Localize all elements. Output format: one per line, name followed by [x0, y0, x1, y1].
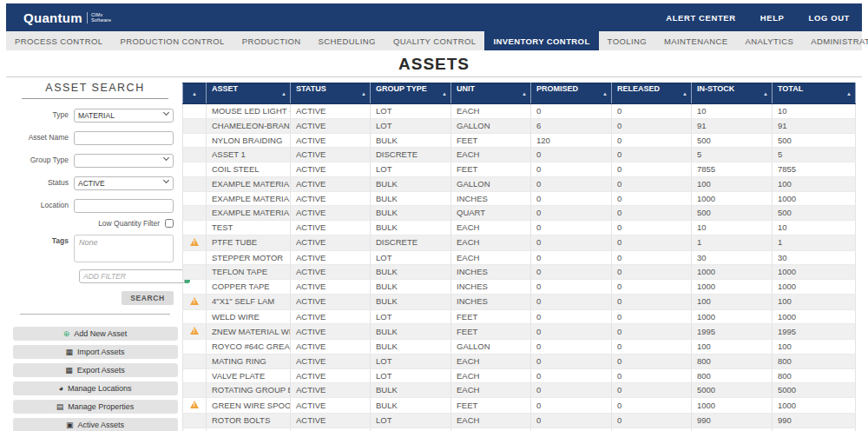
- nav-tab-maintenance[interactable]: MAINTENANCE: [655, 31, 737, 50]
- active-assets-button[interactable]: ▣Active Assets: [13, 418, 178, 431]
- add-new-asset-button[interactable]: ⊕Add New Asset: [13, 327, 178, 341]
- table-row[interactable]: ROYCO #64C GREASEACTIVEBULKGALLON0010010…: [183, 340, 856, 355]
- table-row[interactable]: STATORACTIVEDISCRETEEACH0011: [183, 428, 856, 431]
- nav-tab-production-control[interactable]: PRODUCTION CONTROL: [112, 31, 233, 50]
- header-link-log-out[interactable]: LOG OUT: [809, 13, 850, 23]
- add-filter-input[interactable]: [79, 269, 185, 283]
- data-cell: 0: [612, 206, 692, 221]
- nav-tab-process-control[interactable]: PROCESS CONTROL: [6, 31, 112, 50]
- data-cell: 1000: [692, 309, 773, 324]
- app-logo[interactable]: Quantum CIMx Software: [23, 10, 111, 25]
- table-row[interactable]: STEPPER MOTORACTIVELOTEACH003030: [183, 250, 856, 265]
- column-header-in-stock[interactable]: IN-STOCK▲: [692, 83, 773, 104]
- data-cell: INCHES: [451, 294, 531, 309]
- table-row[interactable]: MOUSE LED LIGHT -...ACTIVELOTEACH001010: [183, 104, 856, 119]
- add-circle-icon: ⊕: [63, 330, 70, 338]
- table-row[interactable]: 4"X1" SELF LAMACTIVEBULKINCHES00100100: [183, 294, 856, 309]
- location-input[interactable]: [74, 199, 174, 213]
- header-link-help[interactable]: HELP: [760, 13, 785, 23]
- sort-column-icon[interactable]: ▲: [183, 83, 207, 104]
- table-row[interactable]: PTFE TUBEACTIVEDISCRETEEACH0011: [183, 235, 856, 250]
- table-row[interactable]: VALVE PLATEACTIVELOTEACH00800800: [183, 368, 856, 383]
- table-row[interactable]: EXAMPLE MATERIA...ACTIVEBULKINCHES001000…: [183, 191, 856, 206]
- group-type-select[interactable]: [74, 154, 174, 168]
- table-row[interactable]: ASSET 1ACTIVEDISCRETEEACH0055: [183, 148, 856, 162]
- data-cell: 0: [531, 235, 612, 250]
- brand-divider: [87, 12, 88, 23]
- column-header-group-type[interactable]: GROUP TYPE▲: [371, 83, 451, 104]
- data-cell: DISCRETE: [371, 235, 451, 250]
- column-label: STATUS: [296, 84, 326, 93]
- data-cell: FEET: [451, 398, 531, 414]
- nav-tab-quality-control[interactable]: QUALITY CONTROL: [385, 31, 485, 50]
- nav-tab-analytics[interactable]: ANALYTICS: [737, 31, 803, 50]
- header-link-alert-center[interactable]: ALERT CENTER: [666, 13, 736, 23]
- table-row[interactable]: ROTATING GROUP E...ACTIVEBULKEACH0050005…: [183, 383, 856, 398]
- nav-tab-production[interactable]: PRODUCTION: [233, 31, 310, 50]
- column-header-asset[interactable]: ASSET▲: [207, 83, 291, 104]
- data-cell: ACTIVE: [291, 250, 371, 265]
- data-cell: EACH: [451, 383, 531, 398]
- data-cell: 0: [531, 398, 612, 414]
- table-row[interactable]: TESTACTIVEBULKEACH001010: [183, 221, 856, 235]
- data-cell: 0: [612, 250, 692, 265]
- data-cell: 7855: [692, 162, 773, 177]
- nav-tab-scheduling[interactable]: SCHEDULING: [310, 31, 385, 50]
- asset-name-label: Asset Name: [6, 133, 74, 142]
- column-header-released[interactable]: RELEASED▲: [612, 83, 692, 104]
- column-header-status[interactable]: STATUS▲: [291, 83, 371, 104]
- panel-title: ASSET SEARCH: [22, 82, 168, 99]
- table-row[interactable]: TEFLON TAPEACTIVEBULKINCHES0010001000: [183, 265, 856, 280]
- manage-properties-button[interactable]: ▤Manage Properties: [13, 400, 178, 414]
- low-quantity-checkbox[interactable]: [165, 219, 174, 228]
- search-button[interactable]: SEARCH: [122, 291, 174, 305]
- nav-tab-tooling[interactable]: TOOLING: [599, 31, 655, 50]
- brand-name: Quantum: [23, 10, 82, 25]
- column-header-promised[interactable]: PROMISED▲: [531, 83, 612, 104]
- sort-arrow-icon: ▲: [192, 91, 197, 96]
- data-cell: 0: [531, 340, 612, 355]
- table-row[interactable]: WELD WIREACTIVELOTFEET0010001000: [183, 309, 856, 324]
- app-window: Quantum CIMx Software ALERT CENTERHELPLO…: [6, 3, 862, 431]
- data-cell: ACTIVE: [291, 133, 371, 148]
- column-header-total[interactable]: TOTAL▲: [773, 83, 856, 104]
- data-cell: 1000: [692, 265, 773, 280]
- asset-name-input[interactable]: [74, 131, 174, 145]
- type-select[interactable]: MATERIAL: [74, 109, 174, 123]
- table-row[interactable]: EXAMPLE MATERIA...ACTIVEBULKGALLON001001…: [183, 176, 856, 191]
- row-warning-cell: [183, 162, 207, 177]
- table-row[interactable]: ROTOR BOLTSACTIVELOTEACH00990990: [183, 413, 856, 428]
- data-cell: 0: [531, 294, 612, 309]
- table-row[interactable]: EXAMPLE MATERIA...ACTIVEBULKQUART0050050…: [183, 206, 856, 221]
- nav-tab-administration[interactable]: ADMINISTRATION: [802, 31, 868, 50]
- data-cell: 0: [612, 354, 692, 368]
- data-cell: INCHES: [451, 191, 531, 206]
- status-select[interactable]: ACTIVE: [74, 176, 174, 190]
- manage-locations-button[interactable]: ◕Manage Locations: [13, 381, 178, 395]
- import-assets-button[interactable]: ▦Import Assets: [13, 345, 178, 359]
- table-row[interactable]: CHAMELEON-BRAN...ACTIVELOTGALLON609191: [183, 118, 856, 133]
- column-header-unit[interactable]: UNIT▲: [451, 83, 531, 104]
- data-cell: GALLON: [451, 118, 531, 133]
- data-cell: FEET: [451, 133, 531, 148]
- table-row[interactable]: COPPER TAPEACTIVEBULKINCHES0010001000: [183, 280, 856, 295]
- table-row[interactable]: ZNEW MATERIAL WI...ACTIVEBULKFEET0019951…: [183, 324, 856, 340]
- table-row[interactable]: COIL STEELACTIVELOTFEET0078557855: [183, 162, 856, 177]
- data-cell: 500: [692, 206, 773, 221]
- nav-tab-inventory-control[interactable]: INVENTORY CONTROL: [484, 31, 598, 50]
- table-row[interactable]: GREEN WIRE SPOOLACTIVEBULKFEET0010001000: [183, 398, 856, 414]
- row-warning-cell: [183, 104, 207, 119]
- card-icon: ▤: [56, 403, 64, 411]
- table-row[interactable]: NYLON BRAIDINGACTIVEBULKFEET1200500500: [183, 133, 856, 148]
- asset-name-cell: ROTATING GROUP E...: [207, 383, 291, 398]
- data-cell: 100: [692, 176, 773, 191]
- sort-arrow-icon: ▲: [846, 84, 852, 103]
- export-assets-button[interactable]: ▦Export Assets: [13, 363, 178, 377]
- data-cell: LOT: [371, 354, 451, 368]
- asset-name-cell: EXAMPLE MATERIA...: [207, 176, 291, 191]
- table-row[interactable]: MATING RINGACTIVELOTEACH00800800: [183, 354, 856, 368]
- asset-name-cell: ROTOR BOLTS: [207, 413, 291, 428]
- tags-box[interactable]: None: [74, 235, 174, 262]
- data-cell: BULK: [371, 398, 451, 414]
- data-cell: BULK: [371, 133, 451, 148]
